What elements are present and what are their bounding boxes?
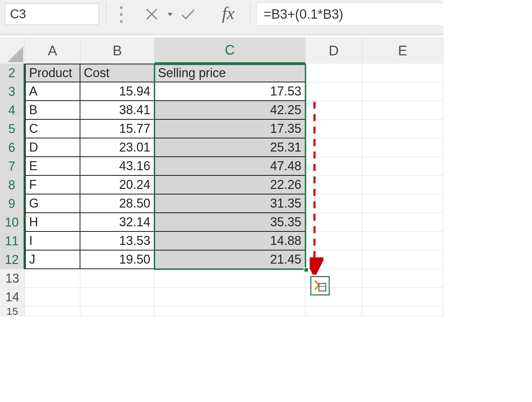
row-header-5[interactable]: 5 bbox=[0, 120, 25, 138]
autofill-options-button[interactable] bbox=[310, 276, 330, 295]
cell-C12[interactable]: 21.45 bbox=[154, 250, 305, 269]
formula-text: =B3+(0.1*B3) bbox=[264, 7, 343, 22]
cell-A15[interactable] bbox=[25, 307, 80, 316]
cell-C13[interactable] bbox=[154, 269, 305, 288]
cell-C11[interactable]: 14.88 bbox=[154, 232, 305, 250]
cell-C5[interactable]: 17.35 bbox=[154, 120, 305, 138]
name-box[interactable] bbox=[5, 3, 99, 25]
row-header-13[interactable]: 13 bbox=[0, 269, 25, 288]
row-header-4[interactable]: 4 bbox=[0, 101, 25, 120]
select-all-button[interactable] bbox=[0, 37, 25, 64]
cell-E2[interactable] bbox=[362, 64, 443, 82]
fx-label: fx bbox=[222, 3, 234, 23]
name-box-dropdown[interactable] bbox=[166, 4, 174, 25]
cell-B3[interactable]: 15.94 bbox=[80, 82, 154, 101]
cell-A12[interactable]: J bbox=[25, 250, 80, 269]
row-header-10[interactable]: 10 bbox=[0, 213, 25, 232]
cell-B14[interactable] bbox=[80, 288, 154, 307]
column-header-B[interactable]: B bbox=[80, 37, 154, 64]
cell-D15[interactable] bbox=[305, 307, 362, 316]
row-5: 5 C 15.77 17.35 bbox=[0, 120, 443, 138]
cell-C6[interactable]: 25.31 bbox=[154, 138, 305, 157]
row-header-7[interactable]: 7 bbox=[0, 157, 25, 176]
autofill-options-icon bbox=[313, 279, 327, 293]
cell-A14[interactable] bbox=[25, 288, 80, 307]
row-header-14[interactable]: 14 bbox=[0, 288, 25, 307]
cell-B13[interactable] bbox=[80, 269, 154, 288]
accept-button[interactable] bbox=[174, 3, 202, 26]
column-header-E[interactable]: E bbox=[362, 37, 443, 64]
cell-D3[interactable] bbox=[305, 82, 362, 101]
cell-D2[interactable] bbox=[305, 64, 362, 82]
cell-A6[interactable]: D bbox=[25, 138, 80, 157]
row-7: 7 E 43.16 47.48 bbox=[0, 157, 443, 176]
cell-E8[interactable] bbox=[362, 176, 443, 194]
row-header-6[interactable]: 6 bbox=[0, 138, 25, 157]
row-header-2[interactable]: 2 bbox=[0, 64, 25, 82]
cell-B10[interactable]: 32.14 bbox=[80, 213, 154, 232]
cell-C15[interactable] bbox=[154, 307, 305, 316]
cell-A11[interactable]: I bbox=[25, 232, 80, 250]
column-header-A[interactable]: A bbox=[25, 37, 80, 64]
cell-B5[interactable]: 15.77 bbox=[80, 120, 154, 138]
row-header-12[interactable]: 12 bbox=[0, 250, 25, 269]
cell-B9[interactable]: 28.50 bbox=[80, 194, 154, 213]
cell-A2[interactable]: Product bbox=[25, 64, 80, 82]
row-header-8[interactable]: 8 bbox=[0, 176, 25, 194]
cell-B12[interactable]: 19.50 bbox=[80, 250, 154, 269]
cell-A9[interactable]: G bbox=[25, 194, 80, 213]
cell-E4[interactable] bbox=[362, 101, 443, 120]
cell-E5[interactable] bbox=[362, 120, 443, 138]
fill-handle[interactable] bbox=[304, 267, 309, 272]
cell-E11[interactable] bbox=[362, 232, 443, 250]
cell-A7[interactable]: E bbox=[25, 157, 80, 176]
cell-B2[interactable]: Cost bbox=[80, 64, 154, 82]
cell-A13[interactable] bbox=[25, 269, 80, 288]
cell-E15[interactable] bbox=[362, 307, 443, 316]
insert-function-button[interactable]: fx bbox=[213, 1, 244, 26]
column-header-C[interactable]: C bbox=[154, 37, 305, 64]
cell-B8[interactable]: 20.24 bbox=[80, 176, 154, 194]
cell-A4[interactable]: B bbox=[25, 101, 80, 120]
cell-B4[interactable]: 38.41 bbox=[80, 101, 154, 120]
row-13: 13 bbox=[0, 269, 443, 288]
cell-A3[interactable]: A bbox=[25, 82, 80, 101]
cell-E7[interactable] bbox=[362, 157, 443, 176]
cell-B15[interactable] bbox=[80, 307, 154, 316]
cell-E3[interactable] bbox=[362, 82, 443, 101]
cell-E9[interactable] bbox=[362, 194, 443, 213]
row-2: 2 Product Cost Selling price bbox=[0, 64, 443, 82]
row-header-15[interactable]: 15 bbox=[0, 307, 25, 316]
cell-B6[interactable]: 23.01 bbox=[80, 138, 154, 157]
cell-A8[interactable]: F bbox=[25, 176, 80, 194]
row-11: 11 I 13.53 14.88 bbox=[0, 232, 443, 250]
column-header-D[interactable]: D bbox=[305, 37, 362, 64]
cell-C4[interactable]: 42.25 bbox=[154, 101, 305, 120]
cell-E6[interactable] bbox=[362, 138, 443, 157]
row-header-9[interactable]: 9 bbox=[0, 194, 25, 213]
row-header-11[interactable]: 11 bbox=[0, 232, 25, 250]
cell-C7[interactable]: 47.48 bbox=[154, 157, 305, 176]
cell-C3[interactable]: 17.53 bbox=[154, 82, 305, 101]
cell-B11[interactable]: 13.53 bbox=[80, 232, 154, 250]
cell-A5[interactable]: C bbox=[25, 120, 80, 138]
formula-bar-grip-icon bbox=[120, 6, 130, 23]
cell-C10[interactable]: 35.35 bbox=[154, 213, 305, 232]
row-header-3[interactable]: 3 bbox=[0, 82, 25, 101]
formula-input[interactable]: =B3+(0.1*B3) bbox=[256, 3, 443, 26]
cell-E12[interactable] bbox=[362, 250, 443, 269]
column-headers: A B C D E bbox=[0, 37, 443, 64]
row-15: 15 bbox=[0, 307, 443, 316]
cancel-button[interactable] bbox=[138, 3, 166, 26]
cell-C9[interactable]: 31.35 bbox=[154, 194, 305, 213]
cell-C8[interactable]: 22.26 bbox=[154, 176, 305, 194]
cell-E13[interactable] bbox=[362, 269, 443, 288]
cell-B7[interactable]: 43.16 bbox=[80, 157, 154, 176]
chevron-down-icon bbox=[166, 10, 174, 18]
cell-C14[interactable] bbox=[154, 288, 305, 307]
cell-A10[interactable]: H bbox=[25, 213, 80, 232]
svg-marker-0 bbox=[168, 13, 173, 16]
cell-C2[interactable]: Selling price bbox=[154, 64, 305, 82]
cell-E10[interactable] bbox=[362, 213, 443, 232]
cell-E14[interactable] bbox=[362, 288, 443, 307]
